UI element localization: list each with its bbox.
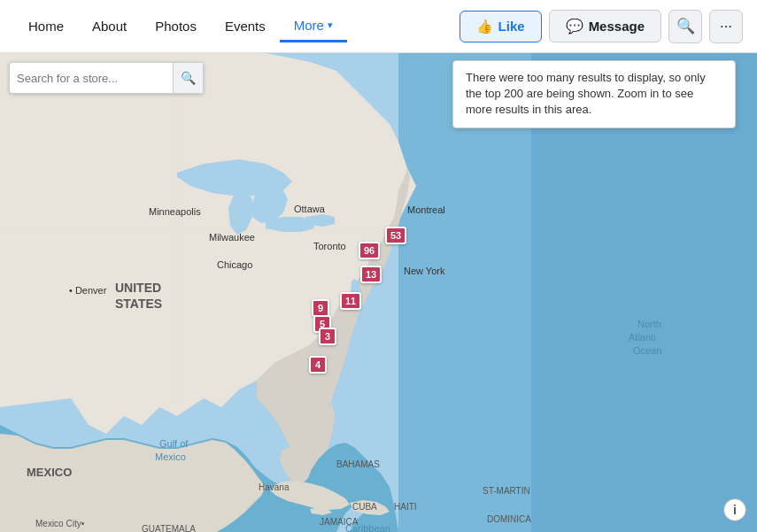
message-button[interactable]: 💬 Message <box>549 10 661 42</box>
chevron-down-icon: ▾ <box>328 19 333 31</box>
svg-text:Ocean: Ocean <box>633 345 661 356</box>
svg-text:Gulf of: Gulf of <box>159 438 189 449</box>
ellipsis-icon: ··· <box>720 18 732 35</box>
nav-photos[interactable]: Photos <box>141 12 211 41</box>
like-button[interactable]: 👍 Like <box>460 11 542 42</box>
svg-text:Milwaukee: Milwaukee <box>209 232 255 243</box>
svg-text:North: North <box>637 319 661 329</box>
thumbs-up-icon: 👍 <box>476 19 493 35</box>
svg-text:Caribbean: Caribbean <box>345 523 390 532</box>
cluster-marker[interactable]: 53 <box>385 227 406 244</box>
like-label: Like <box>498 19 525 34</box>
svg-text:New York: New York <box>404 266 445 276</box>
more-options-button[interactable]: ··· <box>709 10 743 43</box>
svg-text:GUATEMALA: GUATEMALA <box>142 524 196 532</box>
cluster-marker[interactable]: 3 <box>319 328 336 345</box>
svg-text:CUBA: CUBA <box>352 502 377 512</box>
svg-text:Montreal: Montreal <box>407 204 445 215</box>
svg-text:Toronto: Toronto <box>313 241 346 251</box>
svg-text:UNITED: UNITED <box>115 281 161 295</box>
info-icon: i <box>733 503 737 517</box>
top-navigation: Home About Photos Events More ▾ 👍 Like 💬… <box>0 0 757 53</box>
svg-text:DOMINICA: DOMINICA <box>487 514 531 524</box>
search-button[interactable]: 🔍 <box>668 10 702 43</box>
svg-text:• Denver: • Denver <box>69 285 107 296</box>
nav-more[interactable]: More ▾ <box>280 11 347 42</box>
nav-home[interactable]: Home <box>14 12 78 41</box>
cluster-marker[interactable]: 11 <box>340 292 361 310</box>
nav-more-label: More <box>294 18 324 33</box>
nav-about[interactable]: About <box>78 12 141 41</box>
svg-text:HAITI: HAITI <box>394 502 417 512</box>
tooltip-text: There were too many results to display, … <box>466 71 706 116</box>
search-input[interactable] <box>10 72 173 85</box>
search-submit-button[interactable]: 🔍 <box>173 63 203 93</box>
svg-text:Mexico: Mexico <box>155 451 186 462</box>
message-label: Message <box>589 19 645 34</box>
nav-events[interactable]: Events <box>211 12 280 41</box>
svg-text:Chicago: Chicago <box>217 259 252 270</box>
results-tooltip: There were too many results to display, … <box>452 60 736 128</box>
info-button[interactable]: i <box>723 498 746 521</box>
search-icon: 🔍 <box>181 71 196 85</box>
svg-text:Atlanti: Atlanti <box>629 332 656 343</box>
cluster-marker[interactable]: 9 <box>312 299 329 317</box>
search-icon: 🔍 <box>676 17 695 35</box>
svg-text:Ottawa: Ottawa <box>294 204 326 214</box>
svg-text:Minneapolis: Minneapolis <box>149 206 201 217</box>
svg-text:Mexico City•: Mexico City• <box>35 519 85 528</box>
cluster-marker[interactable]: 4 <box>309 356 327 374</box>
nav-actions: 👍 Like 💬 Message 🔍 ··· <box>460 10 743 43</box>
map-container[interactable]: UNITED STATES MEXICO Gulf of Mexico Nort… <box>0 53 757 532</box>
svg-text:ST-MARTIN: ST-MARTIN <box>483 486 530 496</box>
svg-text:BAHAMAS: BAHAMAS <box>336 459 380 469</box>
search-bar[interactable]: 🔍 <box>9 62 204 94</box>
messenger-icon: 💬 <box>566 18 583 35</box>
svg-text:STATES: STATES <box>115 297 162 311</box>
cluster-marker[interactable]: 96 <box>359 242 380 259</box>
svg-text:MEXICO: MEXICO <box>27 466 72 479</box>
cluster-marker[interactable]: 13 <box>360 266 382 283</box>
svg-text:Havana: Havana <box>259 482 290 492</box>
